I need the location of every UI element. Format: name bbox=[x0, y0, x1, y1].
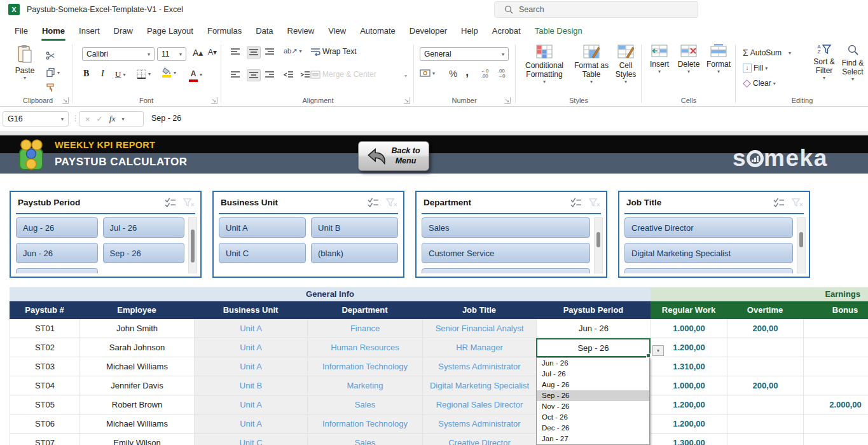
clear-filter-icon[interactable] bbox=[183, 198, 195, 207]
multi-select-icon[interactable] bbox=[367, 198, 379, 207]
copy-button[interactable]: ▾ bbox=[46, 67, 60, 78]
menu-tab-formulas[interactable]: Formulas bbox=[200, 20, 249, 41]
scrollbar-thumb[interactable] bbox=[191, 229, 195, 263]
menu-tab-view[interactable]: View bbox=[321, 20, 353, 41]
bold-button[interactable]: B bbox=[83, 69, 89, 79]
menu-tab-developer[interactable]: Developer bbox=[403, 20, 454, 41]
menu-tab-review[interactable]: Review bbox=[280, 20, 322, 41]
menu-tab-page-layout[interactable]: Page Layout bbox=[140, 20, 200, 41]
paste-button[interactable]: Paste ▾ bbox=[10, 44, 39, 81]
slicer-scrollbar[interactable] bbox=[188, 217, 197, 273]
dropdown-item-sep-26[interactable]: Sep - 26 bbox=[537, 390, 649, 401]
find-select-button[interactable]: Find & Select▾ bbox=[839, 44, 866, 82]
chevron-down-icon[interactable]: ▾ bbox=[121, 116, 124, 122]
chevron-down-icon[interactable]: ▾ bbox=[432, 71, 435, 76]
align-left-button[interactable] bbox=[230, 71, 240, 79]
borders-button[interactable]: ▾ bbox=[137, 69, 151, 79]
slicer-item-clipped[interactable] bbox=[422, 268, 590, 273]
cell-st05-department[interactable]: Sales bbox=[308, 395, 423, 414]
dropdown-item-dec-26[interactable]: Dec - 26 bbox=[537, 423, 649, 434]
cell-st07-unit[interactable]: Unit C bbox=[195, 434, 308, 445]
increase-decimal-button[interactable]: ←0.00 bbox=[481, 69, 488, 79]
cell-st04-job[interactable]: Digital Marketing Specialist bbox=[423, 376, 537, 395]
slicer-item-jun-26[interactable]: Jun - 26 bbox=[16, 243, 98, 263]
cell-st05-bonus[interactable]: 2.000,00 bbox=[804, 395, 868, 414]
name-box[interactable]: G16 ▾ bbox=[3, 111, 69, 127]
cell-st03-bonus[interactable] bbox=[804, 357, 868, 376]
font-size-combo[interactable]: 11▾ bbox=[157, 47, 186, 61]
slicer-item-jul-26[interactable]: Jul - 26 bbox=[103, 217, 185, 238]
decrease-decimal-button[interactable]: .00→0 bbox=[497, 69, 505, 79]
cell-st02-overtime[interactable] bbox=[727, 338, 804, 357]
insert-cells-button[interactable]: Insert▾ bbox=[646, 44, 673, 74]
cell-st02-employee[interactable]: Sarah Johnson bbox=[80, 338, 195, 357]
confirm-entry-button[interactable]: ✓ bbox=[97, 114, 103, 123]
menu-tab-file[interactable]: File bbox=[8, 20, 35, 41]
cell-st06-job[interactable]: Systems Administrator bbox=[423, 414, 537, 433]
align-right-button[interactable] bbox=[265, 71, 275, 79]
cell-st06-bonus[interactable] bbox=[804, 414, 868, 433]
format-painter-button[interactable] bbox=[46, 83, 56, 93]
cell-st01-bonus[interactable] bbox=[804, 319, 868, 338]
cell-dropdown-button[interactable]: ▾ bbox=[652, 345, 664, 356]
orientation-button[interactable]: ab↗▾ bbox=[284, 47, 301, 55]
col-header-overtime[interactable]: Overtime bbox=[727, 301, 803, 319]
wrap-text-button[interactable]: Wrap Text bbox=[310, 47, 357, 56]
sort-filter-button[interactable]: AZ Sort & Filter▾ bbox=[809, 44, 839, 81]
fill-button[interactable]: ↓ Fill ▾ bbox=[743, 64, 768, 72]
chevron-down-icon[interactable]: ▾ bbox=[502, 51, 504, 57]
cell-st06-id[interactable]: ST06 bbox=[10, 414, 80, 433]
cell-st01-id[interactable]: ST01 bbox=[10, 319, 80, 338]
menu-tab-help[interactable]: Help bbox=[454, 20, 485, 41]
chevron-down-icon[interactable]: ▾ bbox=[404, 73, 407, 79]
chevron-down-icon[interactable]: ▾ bbox=[200, 72, 202, 78]
clear-filter-icon[interactable] bbox=[588, 198, 600, 207]
col-header-employee[interactable]: Employee bbox=[79, 301, 194, 319]
cell-st05-id[interactable]: ST05 bbox=[10, 395, 80, 414]
cell-st01-period[interactable]: Jun - 26 bbox=[537, 319, 651, 338]
cell-st01-regular[interactable]: 1.000,00 bbox=[651, 319, 727, 338]
multi-select-icon[interactable] bbox=[164, 198, 176, 207]
font-name-combo[interactable]: Calibri▾ bbox=[82, 47, 155, 61]
cell-st07-department[interactable]: Sales bbox=[308, 434, 423, 445]
menu-tab-automate[interactable]: Automate bbox=[353, 20, 403, 41]
slicer-scrollbar[interactable] bbox=[797, 217, 806, 273]
cell-st03-employee[interactable]: Michael Williams bbox=[80, 357, 195, 376]
cell-st04-id[interactable]: ST04 bbox=[10, 376, 80, 395]
comma-style-button[interactable]: , bbox=[465, 65, 469, 79]
cell-st05-employee[interactable]: Robert Brown bbox=[80, 395, 195, 414]
col-header-regular-work[interactable]: Regular Work bbox=[651, 301, 727, 319]
format-cells-button[interactable]: Format▾ bbox=[705, 44, 733, 74]
cell-st02-department[interactable]: Human Resources bbox=[308, 338, 423, 357]
col-header-paystub-period[interactable]: Paystub Period bbox=[536, 301, 651, 319]
percent-style-button[interactable]: % bbox=[449, 68, 457, 79]
font-dialog-launcher[interactable]: ↘ bbox=[211, 97, 217, 104]
dropdown-item-oct-26[interactable]: Oct - 26 bbox=[537, 412, 649, 423]
cancel-entry-button[interactable]: × bbox=[85, 114, 90, 124]
cell-st06-employee[interactable]: Michael Williams bbox=[80, 414, 195, 433]
cell-st02-job[interactable]: HR Manager bbox=[423, 338, 537, 357]
cell-st04-overtime[interactable]: 200,00 bbox=[727, 376, 804, 395]
underline-button[interactable]: U▾ bbox=[115, 69, 125, 79]
col-header-business-unit[interactable]: Business Unit bbox=[194, 301, 307, 319]
cell-st05-job[interactable]: Regional Sales Director bbox=[423, 395, 537, 414]
chevron-down-icon[interactable]: ▾ bbox=[148, 71, 151, 77]
clipboard-dialog-launcher[interactable]: ↘ bbox=[62, 97, 69, 104]
cell-st01-overtime[interactable]: 200,00 bbox=[727, 319, 804, 338]
fill-color-button[interactable]: ▾ bbox=[162, 67, 176, 78]
cell-st03-unit[interactable]: Unit A bbox=[195, 357, 308, 376]
conditional-formatting-button[interactable]: Conditional Formatting▾ bbox=[519, 44, 570, 85]
menu-tab-insert[interactable]: Insert bbox=[72, 20, 107, 41]
cell-st02-id[interactable]: ST02 bbox=[10, 338, 80, 357]
dropdown-item-aug-26[interactable]: Aug - 26 bbox=[537, 380, 649, 390]
selected-cell[interactable]: Sep - 26 bbox=[536, 338, 651, 357]
slicer-item-creative-director[interactable]: Creative Director bbox=[624, 217, 793, 238]
cell-st03-overtime[interactable] bbox=[727, 357, 804, 376]
slicer-item-unit-a[interactable]: Unit A bbox=[219, 217, 306, 238]
cell-st07-regular[interactable]: 1.300,00 bbox=[651, 434, 727, 445]
cell-st01-unit[interactable]: Unit A bbox=[195, 319, 308, 338]
scrollbar-thumb[interactable] bbox=[596, 232, 600, 247]
multi-select-icon[interactable] bbox=[773, 198, 785, 207]
cell-st06-overtime[interactable] bbox=[727, 414, 804, 433]
slicer-item-blank[interactable]: (blank) bbox=[311, 243, 398, 263]
